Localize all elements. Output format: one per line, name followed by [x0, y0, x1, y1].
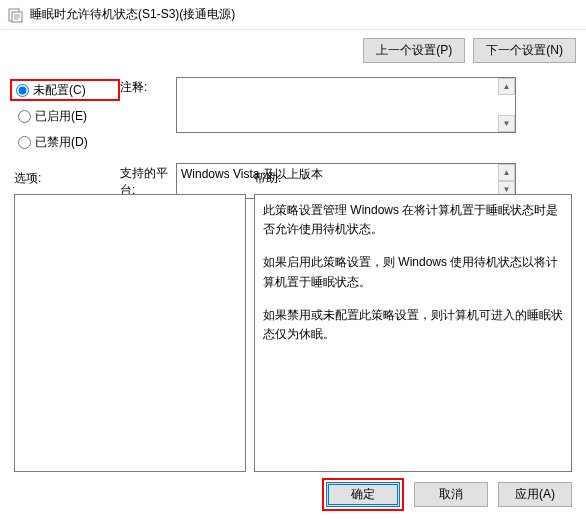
scroll-up-icon[interactable]: ▲ [498, 78, 515, 95]
window-title: 睡眠时允许待机状态(S1-S3)(接通电源) [30, 6, 235, 23]
comment-label: 注释: [120, 77, 176, 157]
comment-textarea[interactable]: ▲ ▼ [176, 77, 516, 133]
policy-icon [8, 7, 24, 23]
apply-button[interactable]: 应用(A) [498, 482, 572, 507]
help-paragraph: 如果启用此策略设置，则 Windows 使用待机状态以将计算机置于睡眠状态。 [263, 253, 563, 291]
radio-enabled[interactable]: 已启用(E) [10, 105, 120, 127]
radio-enabled-label: 已启用(E) [35, 108, 87, 125]
radio-disabled-input[interactable] [18, 136, 31, 149]
help-paragraph: 如果禁用或未配置此策略设置，则计算机可进入的睡眠状态仅为休眠。 [263, 306, 563, 344]
nav-buttons: 上一个设置(P) 下一个设置(N) [10, 38, 576, 63]
help-paragraph: 此策略设置管理 Windows 在将计算机置于睡眠状态时是否允许使用待机状态。 [263, 201, 563, 239]
radio-not-configured-input[interactable] [16, 84, 29, 97]
radio-not-configured[interactable]: 未配置(C) [10, 79, 120, 101]
radio-disabled[interactable]: 已禁用(D) [10, 131, 120, 153]
ok-button[interactable]: 确定 [326, 482, 400, 507]
help-label: 帮助: [254, 170, 281, 187]
radio-disabled-label: 已禁用(D) [35, 134, 88, 151]
titlebar: 睡眠时允许待机状态(S1-S3)(接通电源) [0, 0, 586, 30]
radio-not-configured-label: 未配置(C) [33, 82, 86, 99]
ok-highlight: 确定 [322, 478, 404, 511]
cancel-button[interactable]: 取消 [414, 482, 488, 507]
options-pane [14, 194, 246, 472]
help-pane: 此策略设置管理 Windows 在将计算机置于睡眠状态时是否允许使用待机状态。 … [254, 194, 572, 472]
next-setting-button[interactable]: 下一个设置(N) [473, 38, 576, 63]
radio-enabled-input[interactable] [18, 110, 31, 123]
scroll-down-icon[interactable]: ▼ [498, 115, 515, 132]
options-label: 选项: [14, 170, 254, 187]
prev-setting-button[interactable]: 上一个设置(P) [363, 38, 465, 63]
